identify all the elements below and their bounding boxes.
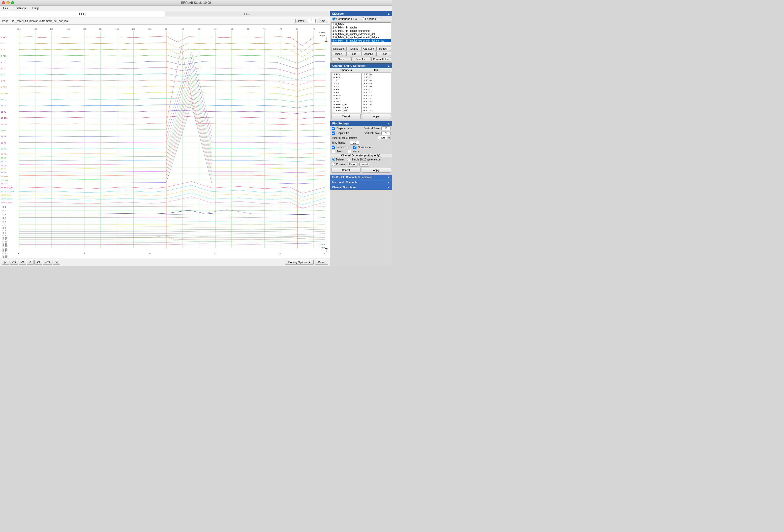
stack-checkbox[interactable]: [332, 150, 335, 153]
custom-order-radio[interactable]: [332, 163, 335, 166]
refresh-button[interactable]: Refresh: [376, 47, 391, 51]
menu-file[interactable]: File: [2, 6, 9, 10]
prev-button[interactable]: Prev.: [296, 19, 307, 23]
eegset-item-5[interactable]: 5. 6_MMN_filt_bipolar_extremefilt_del_ca…: [332, 36, 391, 39]
eegset-item-6[interactable]: 6. 6_MMN_filt_bipolar_extremefilt_del_ca…: [332, 39, 391, 42]
plotting-options-button[interactable]: Plotting Options ▼: [285, 260, 314, 265]
epoched-eeg-radio[interactable]: Epoched EEG: [361, 17, 383, 21]
export-button[interactable]: Export: [347, 162, 358, 167]
import-button[interactable]: Import: [331, 52, 346, 56]
buffer-row: Buffer at top & bottom: %: [330, 136, 392, 140]
channel-ic-cancel-button[interactable]: Cancel: [331, 114, 361, 119]
ic-item-19[interactable]: 19. IC 19: [362, 82, 391, 85]
eegsets-collapse-arrow[interactable]: ▲: [388, 12, 390, 15]
channel-ic-collapse-arrow[interactable]: ▲: [388, 64, 390, 67]
ic-item-17[interactable]: 17. IC 17: [362, 76, 391, 79]
svg-text:12. Oz: 12. Oz: [1, 105, 6, 107]
interpolate-channels-header[interactable]: Interpolate Channels ▼: [330, 180, 392, 185]
duplicate-button[interactable]: Duplicate: [331, 47, 346, 51]
channel-item-fc4[interactable]: 19. FC4: [332, 73, 361, 76]
channel-item-c6[interactable]: 23. C6: [332, 85, 361, 88]
nav-zero-button[interactable]: 0: [27, 260, 34, 265]
channel-item-fcz[interactable]: 20. FCz: [332, 76, 361, 79]
close-button[interactable]: [2, 1, 5, 4]
save-button[interactable]: Save: [331, 57, 351, 61]
channel-item-p8[interactable]: 25. P8: [332, 91, 361, 94]
current-folder-button[interactable]: Current Folder: [371, 57, 391, 61]
menu-help[interactable]: Help: [31, 6, 40, 10]
vertical-scale-ics-input[interactable]: [382, 131, 391, 135]
ic-item-22[interactable]: 22. IC 22: [362, 91, 391, 94]
channel-item-veog-bipc[interactable]: 32. VEOG_bipc: [332, 112, 361, 113]
plot-settings-collapse-arrow[interactable]: ▲: [388, 122, 390, 125]
buffer-input[interactable]: [378, 136, 387, 140]
continuous-eeg-radio[interactable]: Continuous EEG: [332, 17, 357, 21]
eegset-item-1[interactable]: 1. 6_MMN: [332, 23, 391, 26]
nav-plusx-button[interactable]: +X: [34, 260, 43, 265]
ics-list[interactable]: 16. IC 16 17. IC 17 18. IC 18 19. IC 19 …: [362, 72, 391, 113]
ic-item-16[interactable]: 16. IC 16: [362, 73, 391, 76]
eegset-item-2[interactable]: 2. 6_MMN_filt_bipolar: [332, 26, 391, 29]
channel-item-po8[interactable]: 26. PO8: [332, 94, 361, 97]
channel-item-o2[interactable]: 28. O2: [332, 100, 361, 103]
tab-eeg[interactable]: EEG: [0, 11, 165, 17]
append-button[interactable]: Append: [362, 52, 376, 56]
eegsets-list[interactable]: 1. 6_MMN 2. 6_MMN_filt_bipolar 3. 6_MMN_…: [331, 22, 391, 45]
ic-item-20[interactable]: 20. IC 20: [362, 85, 391, 88]
ic-item-25[interactable]: 25. IC 25: [362, 100, 391, 103]
channel-item-heog-right[interactable]: 30. HEOG_righ: [332, 106, 361, 109]
norm-checkbox[interactable]: [348, 150, 351, 153]
time-range-input[interactable]: [350, 141, 359, 145]
nav-minusx-button[interactable]: -X: [19, 260, 26, 265]
nav-start-button[interactable]: |<: [2, 260, 9, 265]
next-button[interactable]: Next: [317, 19, 328, 23]
channel-item-heog-left[interactable]: 29. HEOG_left: [332, 103, 361, 106]
channel-item-c4[interactable]: 22. C4: [332, 82, 361, 85]
import-order-button[interactable]: Import: [360, 162, 369, 167]
simple-order-radio[interactable]: [347, 158, 351, 161]
eegset-item-4[interactable]: 4. 6_MMN_filt_bipolar_extremefilt_del: [332, 32, 391, 36]
remove-dc-checkbox[interactable]: [332, 146, 335, 149]
ic-item-24[interactable]: 24. IC 24: [362, 97, 391, 100]
svg-text:21. Cz: 21. Cz: [1, 157, 6, 159]
ic-item-18[interactable]: 18. IC 18: [362, 79, 391, 82]
menu-settings[interactable]: Settings: [13, 6, 27, 10]
clear-button[interactable]: Clear: [376, 52, 391, 56]
plot-settings-cancel-button[interactable]: Cancel: [331, 168, 361, 173]
channel-item-po4[interactable]: 27. PO4: [332, 97, 361, 100]
nav-minus5x-button[interactable]: -5X: [9, 260, 19, 265]
ic-item-28[interactable]: 28. IC 28: [362, 109, 391, 112]
ic-item-26[interactable]: 26. IC 26: [362, 103, 391, 106]
vertical-scale-chans-input[interactable]: [382, 126, 391, 130]
channel-operations-header[interactable]: Channel Operations ▼: [330, 185, 392, 190]
channel-ic-apply-button[interactable]: Apply: [362, 114, 391, 119]
load-button[interactable]: Load: [346, 52, 361, 56]
channel-item-veog-lower[interactable]: 31. VEOG_low: [332, 109, 361, 112]
channel-item-cz[interactable]: 21. Cz: [332, 79, 361, 82]
eegset-item-3[interactable]: 3. 6_MMN_filt_bipolar_extremefilt: [332, 29, 391, 32]
tab-erp[interactable]: ERP: [165, 11, 330, 17]
plot-settings-apply-button[interactable]: Apply: [362, 168, 391, 173]
ic-item-27[interactable]: 27. IC 27: [362, 106, 391, 109]
ic-item-29[interactable]: 29. IC 29: [362, 112, 391, 113]
maximize-button[interactable]: [11, 1, 14, 4]
display-ics-checkbox[interactable]: [332, 131, 335, 135]
edit-channels-header[interactable]: Edit/Delete Channels & Locations ▼: [330, 175, 392, 180]
channel-item-p4[interactable]: 24. P4: [332, 88, 361, 91]
ic-item-23[interactable]: 23. IC 23: [362, 94, 391, 97]
nav-plus5x-button[interactable]: +5X: [43, 260, 52, 265]
default-order-radio[interactable]: [332, 158, 335, 161]
separator-2: [330, 120, 392, 120]
save-as-button[interactable]: Save As...: [352, 57, 371, 61]
reset-button[interactable]: Reset: [315, 260, 328, 265]
show-events-checkbox[interactable]: [353, 146, 357, 149]
nav-end-button[interactable]: >|: [53, 260, 60, 265]
minimize-button[interactable]: [6, 1, 9, 4]
rename-button[interactable]: Rename: [346, 47, 361, 51]
svg-text:20: 20: [324, 252, 326, 255]
page-number-input[interactable]: [308, 19, 316, 23]
display-chans-checkbox[interactable]: [332, 127, 335, 130]
channels-list[interactable]: 19. FC4 20. FCz 21. Cz 22. C4 23. C6 24.…: [331, 72, 361, 113]
ic-item-21[interactable]: 21. IC 21: [362, 88, 391, 91]
add-suffix-button[interactable]: Add Suffix: [362, 47, 376, 51]
